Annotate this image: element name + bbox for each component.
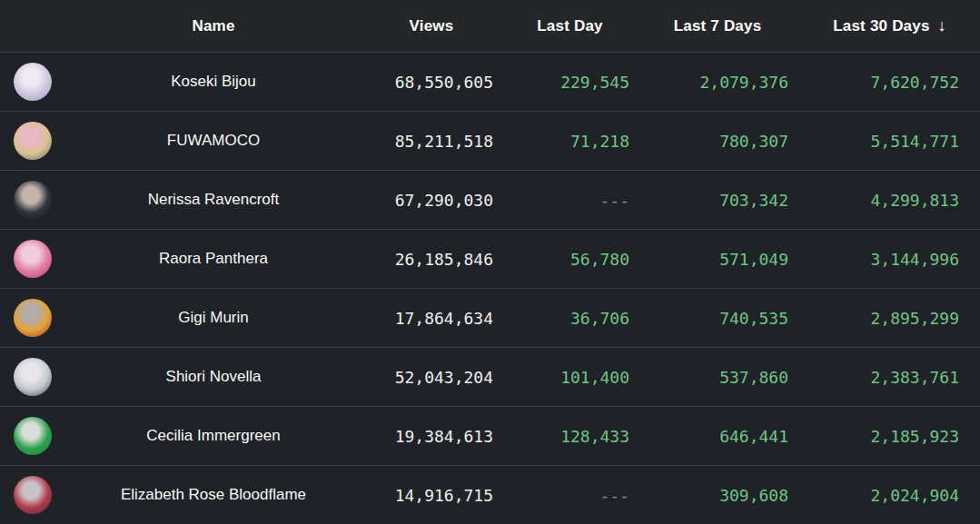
last-7-days-value: 780,307 <box>636 112 799 170</box>
table-row[interactable]: Shiori Novella 52,043,204 101,400 537,86… <box>0 347 980 406</box>
column-header-last-30-days[interactable]: Last 30 Days ↓ <box>799 0 980 52</box>
channel-name[interactable]: Koseki Bijou <box>68 53 359 111</box>
last-day-value: 101,400 <box>504 348 636 406</box>
last-7-days-value: 537,860 <box>636 348 799 406</box>
column-header-last-7-days-label: Last 7 Days <box>674 17 762 35</box>
last-7-days-value: 646,441 <box>636 407 799 465</box>
avatar-cell <box>0 53 68 111</box>
last-7-days-value: 740,535 <box>636 289 799 347</box>
column-header-last-day[interactable]: Last Day <box>504 0 636 52</box>
last-30-days-value: 2,383,761 <box>799 348 980 406</box>
views-value: 68,550,605 <box>359 53 504 111</box>
column-header-last-7-days[interactable]: Last 7 Days <box>636 0 799 52</box>
avatar-column-spacer <box>0 0 68 52</box>
column-header-last-30-days-label: Last 30 Days <box>833 17 929 35</box>
views-value: 26,185,846 <box>359 230 504 288</box>
avatar-cell <box>0 466 68 524</box>
last-day-value: 56,780 <box>504 230 636 288</box>
last-day-value: 229,545 <box>504 53 636 111</box>
table-row[interactable]: Cecilia Immergreen 19,384,613 128,433 64… <box>0 406 980 465</box>
table-body: Koseki Bijou 68,550,605 229,545 2,079,37… <box>0 52 980 524</box>
sort-descending-icon: ↓ <box>938 16 946 35</box>
last-7-days-value: 703,342 <box>636 171 799 229</box>
avatar-cell <box>0 407 68 465</box>
views-value: 17,864,634 <box>359 289 504 347</box>
nerissa-ravencroft-avatar <box>14 181 52 219</box>
last-day-value: --- <box>504 466 636 524</box>
last-day-value: 71,218 <box>504 112 636 170</box>
views-value: 14,916,715 <box>359 466 504 524</box>
table-row[interactable]: Nerissa Ravencroft 67,290,030 --- 703,34… <box>0 170 980 229</box>
table-row[interactable]: Elizabeth Rose Bloodflame 14,916,715 ---… <box>0 465 980 524</box>
last-7-days-value: 2,079,376 <box>636 53 799 111</box>
channel-name[interactable]: Elizabeth Rose Bloodflame <box>68 466 359 524</box>
last-30-days-value: 5,514,771 <box>799 112 980 170</box>
cecilia-immergreen-avatar <box>14 417 52 455</box>
column-header-views-label: Views <box>410 17 454 35</box>
views-value: 52,043,204 <box>359 348 504 406</box>
column-header-name-label: Name <box>192 17 234 35</box>
channel-name[interactable]: Nerissa Ravencroft <box>68 171 359 229</box>
last-day-value: --- <box>504 171 636 229</box>
channel-stats-table: Name Views Last Day Last 7 Days Last 30 … <box>0 0 980 524</box>
last-day-value: 128,433 <box>504 407 636 465</box>
channel-name[interactable]: FUWAMOCO <box>68 112 359 170</box>
table-row[interactable]: FUWAMOCO 85,211,518 71,218 780,307 5,514… <box>0 111 980 170</box>
avatar-cell <box>0 112 68 170</box>
koseki-bijou-avatar <box>14 63 52 101</box>
last-30-days-value: 2,024,904 <box>799 466 980 524</box>
gigi-murin-avatar <box>14 299 52 337</box>
column-header-last-day-label: Last Day <box>537 17 602 35</box>
views-value: 19,384,613 <box>359 407 504 465</box>
avatar-cell <box>0 289 68 347</box>
column-header-views[interactable]: Views <box>359 0 504 52</box>
shiori-novella-avatar <box>14 358 52 396</box>
last-30-days-value: 3,144,996 <box>799 230 980 288</box>
column-header-name[interactable]: Name <box>68 0 359 52</box>
last-30-days-value: 2,185,923 <box>799 407 980 465</box>
channel-name[interactable]: Shiori Novella <box>68 348 359 406</box>
raora-panthera-avatar <box>14 240 52 278</box>
last-30-days-value: 2,895,299 <box>799 289 980 347</box>
channel-name[interactable]: Gigi Murin <box>68 289 359 347</box>
table-row[interactable]: Gigi Murin 17,864,634 36,706 740,535 2,8… <box>0 288 980 347</box>
avatar-cell <box>0 230 68 288</box>
last-7-days-value: 571,049 <box>636 230 799 288</box>
last-7-days-value: 309,608 <box>636 466 799 524</box>
table-header: Name Views Last Day Last 7 Days Last 30 … <box>0 0 980 52</box>
avatar-cell <box>0 171 68 229</box>
fuwamoco-avatar <box>14 122 52 160</box>
elizabeth-rose-bloodflame-avatar <box>14 476 52 514</box>
table-row[interactable]: Koseki Bijou 68,550,605 229,545 2,079,37… <box>0 52 980 111</box>
last-30-days-value: 4,299,813 <box>799 171 980 229</box>
views-value: 67,290,030 <box>359 171 504 229</box>
table-row[interactable]: Raora Panthera 26,185,846 56,780 571,049… <box>0 229 980 288</box>
avatar-cell <box>0 348 68 406</box>
last-30-days-value: 7,620,752 <box>799 53 980 111</box>
channel-name[interactable]: Cecilia Immergreen <box>68 407 359 465</box>
last-day-value: 36,706 <box>504 289 636 347</box>
channel-name[interactable]: Raora Panthera <box>68 230 359 288</box>
views-value: 85,211,518 <box>359 112 504 170</box>
